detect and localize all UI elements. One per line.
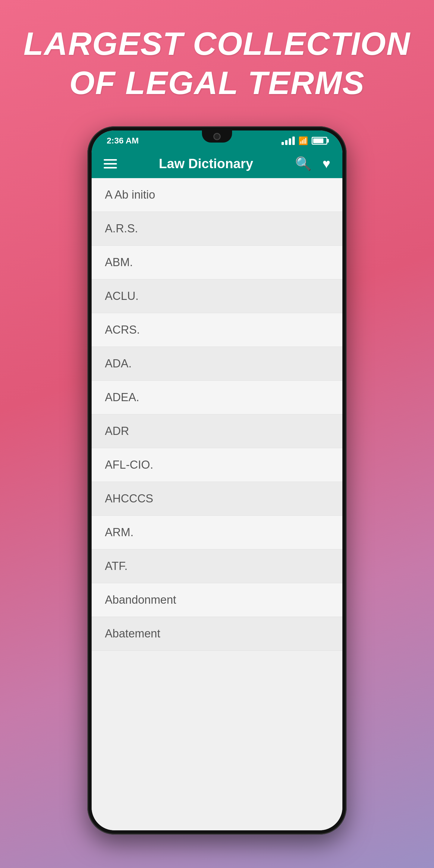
list-item[interactable]: A.R.S. <box>92 212 342 246</box>
wifi-icon: 📶 <box>299 136 308 146</box>
front-camera <box>213 133 221 140</box>
favorites-button[interactable]: ♥ <box>322 156 330 171</box>
list-item[interactable]: ACRS. <box>92 313 342 347</box>
hero-heading: LARGEST COLLECTION OF LEGAL TERMS <box>24 24 410 102</box>
terms-list[interactable]: A Ab initioA.R.S.ABM.ACLU.ACRS.ADA.ADEA.… <box>92 178 342 830</box>
app-bar-actions: 🔍 ♥ <box>295 156 330 172</box>
phone-screen: 2:36 AM 📶 <box>92 130 342 830</box>
app-bar: Law Dictionary 🔍 ♥ <box>92 149 342 178</box>
list-item[interactable]: ACLU. <box>92 279 342 313</box>
hamburger-line <box>104 167 117 168</box>
app-title: Law Dictionary <box>159 156 253 171</box>
list-item[interactable]: ADEA. <box>92 381 342 414</box>
battery-icon <box>312 137 327 145</box>
hero-line1: LARGEST COLLECTION <box>24 24 410 63</box>
list-item[interactable]: AHCCCS <box>92 482 342 516</box>
list-item[interactable]: Abandonment <box>92 583 342 617</box>
battery-fill <box>313 138 323 143</box>
list-item[interactable]: Abatement <box>92 617 342 651</box>
menu-button[interactable] <box>104 159 117 168</box>
status-time: 2:36 AM <box>107 136 138 146</box>
hamburger-line <box>104 159 117 161</box>
list-item[interactable]: ARM. <box>92 516 342 550</box>
status-bar: 2:36 AM 📶 <box>92 130 342 149</box>
hamburger-line <box>104 163 117 164</box>
list-item[interactable]: A Ab initio <box>92 178 342 212</box>
list-item[interactable]: ADA. <box>92 347 342 381</box>
notch <box>202 130 232 143</box>
signal-icon <box>281 136 295 145</box>
list-item[interactable]: ADR <box>92 414 342 448</box>
list-item[interactable]: AFL-CIO. <box>92 448 342 482</box>
list-item[interactable]: ABM. <box>92 246 342 279</box>
phone-device: 2:36 AM 📶 <box>87 126 347 835</box>
hero-line2: OF LEGAL TERMS <box>24 63 410 102</box>
search-button[interactable]: 🔍 <box>295 156 312 172</box>
list-item[interactable]: ATF. <box>92 550 342 583</box>
status-icons: 📶 <box>281 136 327 146</box>
